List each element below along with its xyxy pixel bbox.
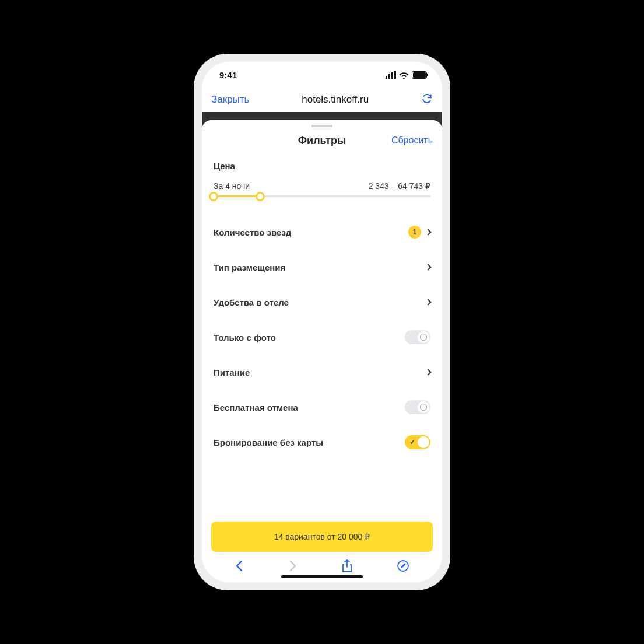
filter-label: Бесплатная отмена <box>214 402 298 412</box>
close-button[interactable]: Закрыть <box>211 94 249 106</box>
filter-label: Тип размещения <box>214 262 285 272</box>
slider-fill <box>214 195 260 197</box>
no-card-toggle[interactable]: ✓ <box>405 435 430 449</box>
price-slider[interactable] <box>214 195 430 197</box>
free-cancel-toggle[interactable] <box>405 400 430 414</box>
filter-row-meals[interactable]: Питание <box>214 355 430 390</box>
photo-toggle[interactable] <box>405 330 430 344</box>
share-button[interactable] <box>342 559 352 575</box>
chevron-right-icon <box>425 299 431 305</box>
nights-label: За 4 ночи <box>214 181 250 191</box>
sheet-header: Фильтры Сбросить <box>202 131 442 150</box>
phone-frame: 9:41 Закрыть hotels.tinkoff.ru Фильтры С… <box>194 54 450 590</box>
chevron-right-icon <box>425 369 431 375</box>
price-summary-row: За 4 ночи 2 343 – 64 743 ₽ <box>214 181 430 191</box>
address-bar-url[interactable]: hotels.tinkoff.ru <box>302 94 369 106</box>
filters-sheet: Фильтры Сбросить Цена За 4 ночи 2 343 – … <box>202 120 442 582</box>
safari-button[interactable] <box>397 559 410 575</box>
battery-icon <box>412 71 427 79</box>
screen: 9:41 Закрыть hotels.tinkoff.ru Фильтры С… <box>202 62 442 582</box>
filter-row-amenities[interactable]: Удобства в отеле <box>214 285 430 320</box>
price-section-title: Цена <box>214 161 430 171</box>
filter-label: Питание <box>214 368 250 377</box>
status-time: 9:41 <box>219 70 237 80</box>
slider-thumb-max[interactable] <box>256 192 265 201</box>
filter-row-type[interactable]: Тип размещения <box>214 250 430 285</box>
chevron-right-icon <box>425 229 431 235</box>
reload-button[interactable] <box>421 93 433 107</box>
sheet-content: Цена За 4 ночи 2 343 – 64 743 ₽ Количест… <box>202 150 442 514</box>
filter-label: Количество звезд <box>214 228 291 237</box>
filter-label: Бронирование без карты <box>214 438 323 447</box>
wifi-icon <box>399 71 409 79</box>
status-bar: 9:41 <box>202 62 442 88</box>
filter-row-free-cancel: Бесплатная отмена <box>214 390 430 425</box>
home-indicator[interactable] <box>281 575 363 578</box>
filter-row-no-card: Бронирование без карты ✓ <box>214 425 430 460</box>
reset-button[interactable]: Сбросить <box>391 135 433 146</box>
stars-count-badge: 1 <box>408 226 421 239</box>
browser-nav: Закрыть hotels.tinkoff.ru <box>202 88 442 112</box>
show-results-button[interactable]: 14 вариантов от 20 000 ₽ <box>211 522 433 552</box>
results-button-label: 14 вариантов от 20 000 ₽ <box>274 532 370 541</box>
filter-label: Удобства в отеле <box>214 298 289 307</box>
slider-thumb-min[interactable] <box>209 192 218 201</box>
signal-icon <box>386 71 397 79</box>
filter-label: Только с фото <box>214 332 276 342</box>
price-range-text: 2 343 – 64 743 ₽ <box>369 181 430 191</box>
filter-row-photo: Только с фото <box>214 320 430 355</box>
forward-button <box>288 560 298 574</box>
sheet-grabber[interactable] <box>312 125 332 127</box>
chevron-right-icon <box>425 264 431 270</box>
status-indicators <box>386 71 428 79</box>
back-button[interactable] <box>235 560 244 574</box>
filter-row-stars[interactable]: Количество звезд 1 <box>214 215 430 250</box>
sheet-title: Фильтры <box>298 135 346 147</box>
